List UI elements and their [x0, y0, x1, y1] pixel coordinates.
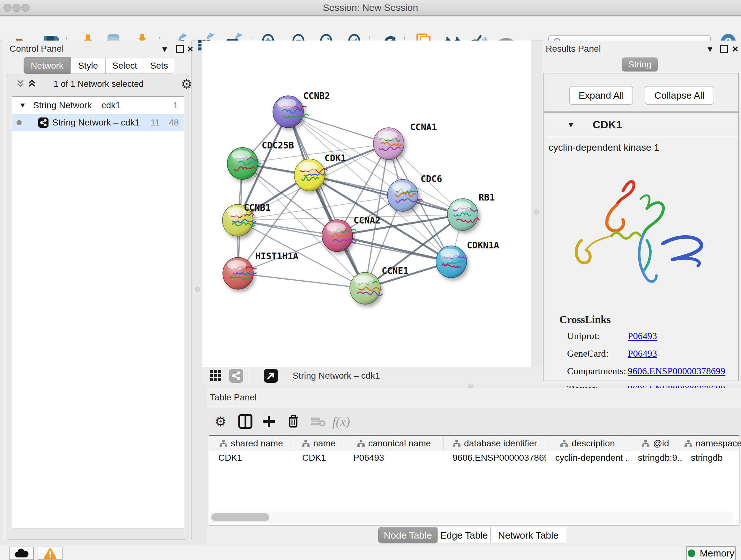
network-edge[interactable] [337, 236, 451, 262]
cloud-button[interactable] [9, 547, 34, 560]
collection-expander-icon[interactable]: ▼ [19, 101, 26, 110]
crosslink-row: GeneCard:P06493 [567, 348, 733, 359]
column-header-description[interactable]: description [546, 436, 629, 451]
add-column-icon[interactable] [259, 412, 279, 431]
table-header-row: shared namenamecanonical namedatabase id… [209, 436, 739, 451]
crosslink-label: Compartments: [567, 366, 628, 376]
memory-button[interactable]: Memory [686, 546, 736, 560]
table-settings-gear-icon[interactable]: ⚙ [211, 412, 230, 431]
node-label-ccna2: CCNA2 [354, 215, 381, 226]
crosslink-link[interactable]: 9606.ENSP00000378699 [628, 366, 725, 376]
column-header-shared-name[interactable]: shared name [209, 436, 293, 451]
column-header-database-identifier[interactable]: database identifier [444, 436, 546, 451]
column-header-label: namespace [696, 438, 741, 449]
panel-menu-arrow-icon[interactable]: ▼ [160, 44, 169, 54]
tab-network[interactable]: Network [23, 57, 71, 74]
tab-string[interactable]: String [622, 57, 658, 71]
network-edge[interactable] [288, 112, 365, 288]
tab-sets[interactable]: Sets [144, 57, 174, 74]
node-gloss-highlight [441, 249, 460, 258]
tab-select[interactable]: Select [106, 57, 144, 74]
window-statusbar: Memory [0, 545, 741, 560]
panel-menu-arrow-icon[interactable]: ▼ [706, 44, 714, 54]
table-cell[interactable]: stringdb [682, 451, 741, 465]
network-canvas[interactable]: CCNB2CCNA1CDC25BCDK1CDC6RB1CCNB1CCNA2CDK… [202, 41, 531, 367]
table-cell[interactable]: cyclin-dependent ... [546, 451, 629, 465]
panel-close-icon[interactable]: ✕ [732, 44, 739, 54]
memory-label: Memory [700, 548, 734, 559]
function-builder-icon[interactable]: f(x) [332, 412, 351, 431]
delete-column-icon[interactable] [284, 412, 303, 431]
window-titlebar: Session: New Session [0, 0, 741, 16]
network-node-cdk1[interactable] [294, 159, 327, 191]
grid-view-icon[interactable] [209, 369, 222, 382]
network-node-ccna1[interactable] [374, 128, 404, 160]
tab-style[interactable]: Style [71, 57, 106, 74]
column-header-namespace[interactable]: namespace [682, 436, 741, 451]
network-node-rb1[interactable] [448, 199, 480, 231]
network-view-title: String Network – cdk1 [293, 371, 380, 381]
network-node-cdc6[interactable] [387, 179, 423, 211]
panel-close-icon[interactable]: ✕ [187, 44, 194, 54]
network-collection-row[interactable]: ▼ String Network – cdk1 1 [12, 97, 184, 114]
crosslink-link[interactable]: P06493 [628, 348, 657, 359]
column-header-@id[interactable]: @id [629, 436, 682, 451]
column-header-label: shared name [231, 438, 283, 449]
right-splitter-handle[interactable] [534, 209, 539, 214]
traffic-light-minimize-icon[interactable] [12, 4, 20, 12]
warning-button[interactable] [38, 547, 63, 560]
table-cell[interactable]: P06493 [344, 451, 444, 465]
network-node-cdkn1a[interactable] [436, 246, 468, 278]
tab-network-table[interactable]: Network Table [490, 527, 566, 543]
share-view-icon[interactable] [229, 369, 243, 383]
node-gloss-highlight [378, 131, 397, 140]
crosslink-label: Uniprot: [567, 330, 628, 341]
panel-float-icon[interactable] [720, 45, 728, 55]
node-gloss-highlight [327, 223, 346, 232]
table-toolbar: ⚙ f(x) [207, 408, 741, 436]
collection-name: String Network – cdk1 [33, 100, 121, 111]
gene-section-header[interactable]: ▼ CDK1 [544, 113, 738, 137]
network-edge[interactable] [238, 273, 365, 288]
crosslink-link[interactable]: P06493 [628, 330, 657, 341]
network-node-hist1h1a[interactable] [223, 257, 257, 289]
column-header-canonical-name[interactable]: canonical name [344, 436, 444, 451]
network-node-ccne1[interactable] [350, 272, 383, 304]
expand-all-button[interactable]: Expand All [569, 86, 633, 105]
left-splitter-handle[interactable] [195, 287, 200, 292]
node-gloss-highlight [299, 162, 318, 172]
network-node-ccna2[interactable] [322, 220, 356, 252]
tab-node-table[interactable]: Node Table [378, 527, 437, 543]
horizontal-scrollbar-thumb[interactable] [211, 513, 269, 521]
traffic-light-zoom-icon[interactable] [21, 4, 29, 12]
network-name: String Network – cdk1 [52, 118, 140, 128]
control-panel-tabs: NetworkStyleSelectSets [23, 57, 177, 74]
node-label-ccnb1: CCNB1 [244, 202, 271, 213]
expand-all-chevron-icon[interactable] [27, 78, 37, 89]
network-graph[interactable]: CCNB2CCNA1CDC25BCDK1CDC6RB1CCNB1CCNA2CDK… [202, 41, 531, 367]
panel-float-icon[interactable] [176, 45, 184, 55]
network-row[interactable]: String Network – cdk1 11 48 [12, 114, 184, 131]
column-header-name[interactable]: name [293, 436, 344, 451]
tab-edge-table[interactable]: Edge Table [437, 527, 490, 543]
delete-table-icon[interactable] [309, 412, 328, 431]
table-cell[interactable]: CDK1 [209, 451, 293, 465]
horizontal-scrollbar[interactable] [210, 512, 733, 523]
network-node-cdc25b[interactable] [227, 147, 261, 179]
node-table[interactable]: shared namenamecanonical namedatabase id… [209, 435, 739, 526]
collection-count: 1 [173, 100, 178, 111]
table-cell[interactable]: stringdb:9... [629, 451, 682, 465]
gear-icon[interactable]: ⚙ [181, 77, 192, 91]
current-network-dot-icon [17, 120, 22, 125]
node-gloss-highlight [392, 182, 411, 192]
traffic-light-close-icon[interactable] [3, 4, 11, 12]
protein-structure-image [551, 161, 730, 298]
collapse-all-chevron-icon[interactable] [16, 78, 25, 89]
open-in-new-window-icon[interactable] [264, 369, 278, 383]
table-cell[interactable]: 9606.ENSP00000378699 [444, 451, 546, 465]
collapse-all-button[interactable]: Collapse All [645, 86, 714, 105]
show-columns-icon[interactable] [236, 412, 255, 431]
gene-symbol: CDK1 [593, 118, 622, 131]
section-collapse-arrow-icon[interactable]: ▼ [567, 120, 575, 129]
table-cell[interactable]: CDK1 [293, 451, 344, 465]
